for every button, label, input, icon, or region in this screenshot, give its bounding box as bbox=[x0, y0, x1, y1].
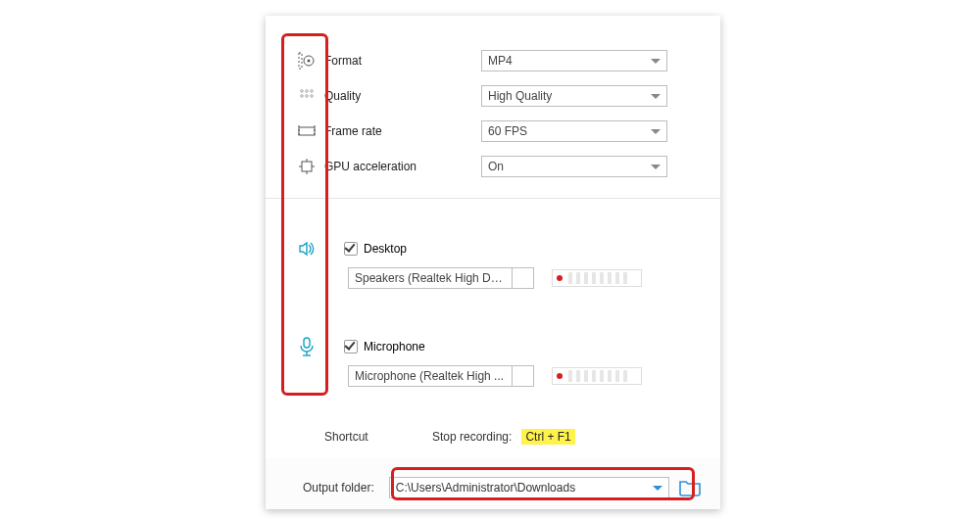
desktop-device-value: Speakers (Realtek High De... bbox=[349, 271, 512, 285]
chevron-down-icon bbox=[651, 94, 661, 99]
gpu-label: GPU acceleration bbox=[324, 160, 481, 173]
output-folder-select[interactable]: C:\Users\Administrator\Downloads bbox=[389, 477, 669, 498]
section-divider bbox=[266, 198, 720, 199]
row-gpu: GPU acceleration On bbox=[289, 155, 701, 178]
shortcut-section-label: Shortcut bbox=[324, 430, 432, 444]
quality-label: Quality bbox=[324, 89, 481, 103]
row-framerate: Frame rate 60 FPS bbox=[289, 119, 701, 143]
svg-point-4 bbox=[306, 90, 309, 93]
settings-panel: Format MP4 Quality High Quality Frame ra… bbox=[266, 16, 720, 509]
framerate-value: 60 FPS bbox=[488, 124, 527, 138]
row-desktop-audio: Desktop bbox=[289, 237, 701, 260]
desktop-device-select[interactable]: Speakers (Realtek High De... bbox=[348, 267, 534, 289]
row-microphone: Microphone bbox=[289, 335, 701, 358]
format-select[interactable]: MP4 bbox=[481, 50, 667, 71]
quality-value: High Quality bbox=[488, 89, 552, 103]
svg-rect-17 bbox=[304, 338, 310, 348]
chevron-down-icon bbox=[651, 129, 661, 134]
svg-rect-0 bbox=[299, 53, 302, 69]
row-format: Format MP4 bbox=[289, 49, 701, 72]
stop-recording-label: Stop recording: bbox=[432, 430, 512, 444]
chevron-down-icon bbox=[651, 165, 661, 169]
svg-point-7 bbox=[306, 95, 309, 98]
desktop-audio-meter bbox=[552, 269, 642, 287]
open-folder-button[interactable] bbox=[679, 479, 701, 496]
desktop-audio-checkbox[interactable] bbox=[344, 242, 358, 256]
framerate-icon bbox=[289, 124, 324, 138]
stop-recording-hotkey[interactable]: Ctrl + F1 bbox=[521, 429, 574, 445]
framerate-select[interactable]: 60 FPS bbox=[481, 120, 667, 142]
microphone-device-select[interactable]: Microphone (Realtek High ... bbox=[348, 365, 534, 387]
framerate-label: Frame rate bbox=[324, 124, 481, 138]
svg-point-5 bbox=[311, 90, 314, 93]
chevron-down-icon bbox=[651, 59, 661, 64]
row-shortcut: Shortcut Stop recording: Ctrl + F1 bbox=[324, 427, 701, 447]
format-label: Format bbox=[324, 54, 481, 68]
microphone-icon bbox=[289, 337, 324, 356]
output-folder-label: Output folder: bbox=[303, 481, 389, 495]
svg-rect-12 bbox=[302, 162, 312, 171]
quality-select[interactable]: High Quality bbox=[481, 85, 667, 107]
gpu-value: On bbox=[488, 160, 504, 173]
desktop-audio-label: Desktop bbox=[364, 242, 407, 256]
microphone-label: Microphone bbox=[364, 340, 425, 354]
record-indicator-icon bbox=[557, 373, 563, 379]
output-folder-path: C:\Users\Administrator\Downloads bbox=[390, 481, 647, 495]
svg-point-3 bbox=[301, 90, 304, 93]
microphone-device-value: Microphone (Realtek High ... bbox=[349, 369, 512, 383]
gpu-icon bbox=[289, 159, 324, 174]
svg-point-8 bbox=[311, 95, 314, 98]
gpu-select[interactable]: On bbox=[481, 156, 667, 177]
svg-point-2 bbox=[308, 60, 311, 63]
row-output-folder: Output folder: C:\Users\Administrator\Do… bbox=[303, 476, 701, 499]
chevron-down-icon bbox=[653, 486, 662, 491]
microphone-meter bbox=[552, 367, 642, 385]
row-quality: Quality High Quality bbox=[289, 84, 701, 108]
video-format-icon bbox=[289, 52, 324, 70]
row-desktop-device: Speakers (Realtek High De... bbox=[289, 266, 701, 290]
record-indicator-icon bbox=[557, 275, 563, 281]
svg-point-6 bbox=[301, 95, 304, 98]
format-value: MP4 bbox=[488, 54, 513, 68]
microphone-checkbox[interactable] bbox=[344, 340, 358, 354]
row-microphone-device: Microphone (Realtek High ... bbox=[289, 364, 701, 388]
speaker-icon bbox=[289, 240, 324, 258]
quality-icon bbox=[289, 88, 324, 104]
svg-rect-9 bbox=[299, 127, 315, 135]
